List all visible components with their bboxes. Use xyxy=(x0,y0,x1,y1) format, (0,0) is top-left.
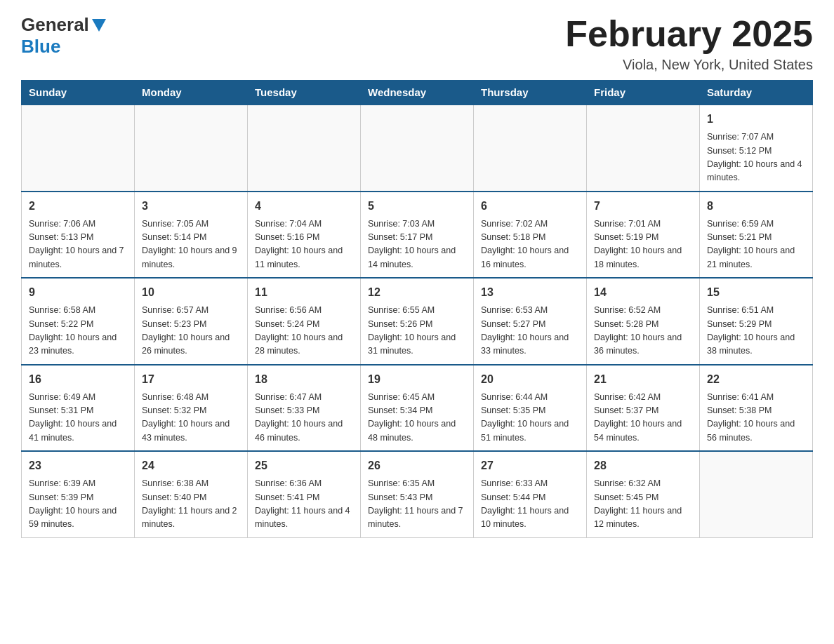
day-number: 7 xyxy=(594,198,692,215)
day-info: Sunrise: 6:53 AMSunset: 5:27 PMDaylight:… xyxy=(481,304,579,358)
day-number: 1 xyxy=(707,111,805,128)
day-number: 11 xyxy=(255,284,353,301)
calendar-cell: 27Sunrise: 6:33 AMSunset: 5:44 PMDayligh… xyxy=(474,451,587,537)
day-info: Sunrise: 7:06 AMSunset: 5:13 PMDaylight:… xyxy=(29,217,127,272)
day-number: 4 xyxy=(255,198,353,215)
calendar-cell: 21Sunrise: 6:42 AMSunset: 5:37 PMDayligh… xyxy=(587,365,700,452)
day-number: 14 xyxy=(594,284,692,301)
calendar-cell: 16Sunrise: 6:49 AMSunset: 5:31 PMDayligh… xyxy=(22,365,135,452)
calendar-cell: 11Sunrise: 6:56 AMSunset: 5:24 PMDayligh… xyxy=(248,278,361,365)
calendar-week-5: 23Sunrise: 6:39 AMSunset: 5:39 PMDayligh… xyxy=(22,451,813,537)
header-day-friday: Friday xyxy=(587,81,700,105)
calendar-cell: 7Sunrise: 7:01 AMSunset: 5:19 PMDaylight… xyxy=(587,192,700,279)
calendar-cell: 12Sunrise: 6:55 AMSunset: 5:26 PMDayligh… xyxy=(361,278,474,365)
day-info: Sunrise: 6:49 AMSunset: 5:31 PMDaylight:… xyxy=(29,391,127,445)
day-info: Sunrise: 6:39 AMSunset: 5:39 PMDaylight:… xyxy=(29,477,127,532)
day-info: Sunrise: 6:36 AMSunset: 5:41 PMDaylight:… xyxy=(255,477,353,532)
day-info: Sunrise: 6:47 AMSunset: 5:33 PMDaylight:… xyxy=(255,391,353,445)
header-day-wednesday: Wednesday xyxy=(361,81,474,105)
day-number: 15 xyxy=(707,284,805,301)
calendar-cell xyxy=(135,105,248,192)
calendar-cell: 14Sunrise: 6:52 AMSunset: 5:28 PMDayligh… xyxy=(587,278,700,365)
calendar-cell: 13Sunrise: 6:53 AMSunset: 5:27 PMDayligh… xyxy=(474,278,587,365)
day-number: 16 xyxy=(29,371,127,388)
day-number: 22 xyxy=(707,371,805,388)
day-info: Sunrise: 6:55 AMSunset: 5:26 PMDaylight:… xyxy=(368,304,466,358)
calendar-cell: 24Sunrise: 6:38 AMSunset: 5:40 PMDayligh… xyxy=(135,451,248,537)
day-number: 23 xyxy=(29,457,127,474)
calendar-cell xyxy=(248,105,361,192)
calendar-cell xyxy=(22,105,135,192)
day-info: Sunrise: 7:03 AMSunset: 5:17 PMDaylight:… xyxy=(368,217,466,272)
calendar-cell xyxy=(474,105,587,192)
calendar-week-4: 16Sunrise: 6:49 AMSunset: 5:31 PMDayligh… xyxy=(22,365,813,452)
day-info: Sunrise: 7:02 AMSunset: 5:18 PMDaylight:… xyxy=(481,217,579,272)
day-info: Sunrise: 6:45 AMSunset: 5:34 PMDaylight:… xyxy=(368,391,466,445)
day-info: Sunrise: 6:51 AMSunset: 5:29 PMDaylight:… xyxy=(707,304,805,358)
calendar-cell: 28Sunrise: 6:32 AMSunset: 5:45 PMDayligh… xyxy=(587,451,700,537)
logo: General Blue xyxy=(21,14,107,58)
day-info: Sunrise: 6:59 AMSunset: 5:21 PMDaylight:… xyxy=(707,217,805,272)
day-number: 13 xyxy=(481,284,579,301)
day-number: 5 xyxy=(368,198,466,215)
logo-triangle-icon xyxy=(92,19,106,32)
day-info: Sunrise: 6:33 AMSunset: 5:44 PMDaylight:… xyxy=(481,477,579,532)
calendar-cell: 23Sunrise: 6:39 AMSunset: 5:39 PMDayligh… xyxy=(22,451,135,537)
header-row: SundayMondayTuesdayWednesdayThursdayFrid… xyxy=(22,81,813,105)
day-number: 20 xyxy=(481,371,579,388)
calendar-cell: 3Sunrise: 7:05 AMSunset: 5:14 PMDaylight… xyxy=(135,192,248,279)
day-info: Sunrise: 6:48 AMSunset: 5:32 PMDaylight:… xyxy=(142,391,240,445)
calendar-cell: 17Sunrise: 6:48 AMSunset: 5:32 PMDayligh… xyxy=(135,365,248,452)
logo-blue-text: Blue xyxy=(21,36,60,58)
calendar-cell: 26Sunrise: 6:35 AMSunset: 5:43 PMDayligh… xyxy=(361,451,474,537)
day-number: 24 xyxy=(142,457,240,474)
day-number: 17 xyxy=(142,371,240,388)
day-info: Sunrise: 6:38 AMSunset: 5:40 PMDaylight:… xyxy=(142,477,240,532)
logo-general-text: General xyxy=(21,14,89,36)
day-number: 28 xyxy=(594,457,692,474)
calendar-cell: 10Sunrise: 6:57 AMSunset: 5:23 PMDayligh… xyxy=(135,278,248,365)
calendar-cell: 6Sunrise: 7:02 AMSunset: 5:18 PMDaylight… xyxy=(474,192,587,279)
day-number: 8 xyxy=(707,198,805,215)
day-number: 19 xyxy=(368,371,466,388)
day-info: Sunrise: 6:56 AMSunset: 5:24 PMDaylight:… xyxy=(255,304,353,358)
header-day-thursday: Thursday xyxy=(474,81,587,105)
header-day-saturday: Saturday xyxy=(700,81,813,105)
calendar-cell: 9Sunrise: 6:58 AMSunset: 5:22 PMDaylight… xyxy=(22,278,135,365)
calendar-cell xyxy=(700,451,813,537)
calendar-cell: 25Sunrise: 6:36 AMSunset: 5:41 PMDayligh… xyxy=(248,451,361,537)
day-number: 3 xyxy=(142,198,240,215)
calendar-cell: 15Sunrise: 6:51 AMSunset: 5:29 PMDayligh… xyxy=(700,278,813,365)
calendar-cell: 5Sunrise: 7:03 AMSunset: 5:17 PMDaylight… xyxy=(361,192,474,279)
title-section: February 2025 Viola, New York, United St… xyxy=(565,14,813,73)
day-number: 12 xyxy=(368,284,466,301)
page-header: General Blue February 2025 Viola, New Yo… xyxy=(21,14,813,73)
day-info: Sunrise: 7:01 AMSunset: 5:19 PMDaylight:… xyxy=(594,217,692,272)
location-subtitle: Viola, New York, United States xyxy=(565,57,813,73)
calendar-cell: 19Sunrise: 6:45 AMSunset: 5:34 PMDayligh… xyxy=(361,365,474,452)
month-title: February 2025 xyxy=(565,14,813,54)
header-day-monday: Monday xyxy=(135,81,248,105)
calendar-body: 1Sunrise: 7:07 AMSunset: 5:12 PMDaylight… xyxy=(22,105,813,537)
day-number: 26 xyxy=(368,457,466,474)
calendar-table: SundayMondayTuesdayWednesdayThursdayFrid… xyxy=(21,80,813,538)
day-info: Sunrise: 6:57 AMSunset: 5:23 PMDaylight:… xyxy=(142,304,240,358)
calendar-week-3: 9Sunrise: 6:58 AMSunset: 5:22 PMDaylight… xyxy=(22,278,813,365)
calendar-week-1: 1Sunrise: 7:07 AMSunset: 5:12 PMDaylight… xyxy=(22,105,813,192)
day-number: 18 xyxy=(255,371,353,388)
day-number: 2 xyxy=(29,198,127,215)
day-info: Sunrise: 6:58 AMSunset: 5:22 PMDaylight:… xyxy=(29,304,127,358)
day-number: 21 xyxy=(594,371,692,388)
day-number: 10 xyxy=(142,284,240,301)
calendar-week-2: 2Sunrise: 7:06 AMSunset: 5:13 PMDaylight… xyxy=(22,192,813,279)
calendar-cell: 22Sunrise: 6:41 AMSunset: 5:38 PMDayligh… xyxy=(700,365,813,452)
calendar-cell: 2Sunrise: 7:06 AMSunset: 5:13 PMDaylight… xyxy=(22,192,135,279)
day-info: Sunrise: 7:07 AMSunset: 5:12 PMDaylight:… xyxy=(707,130,805,185)
header-day-sunday: Sunday xyxy=(22,81,135,105)
day-info: Sunrise: 6:32 AMSunset: 5:45 PMDaylight:… xyxy=(594,477,692,532)
day-info: Sunrise: 6:35 AMSunset: 5:43 PMDaylight:… xyxy=(368,477,466,532)
day-number: 27 xyxy=(481,457,579,474)
day-number: 25 xyxy=(255,457,353,474)
day-info: Sunrise: 7:05 AMSunset: 5:14 PMDaylight:… xyxy=(142,217,240,272)
day-info: Sunrise: 6:42 AMSunset: 5:37 PMDaylight:… xyxy=(594,391,692,445)
